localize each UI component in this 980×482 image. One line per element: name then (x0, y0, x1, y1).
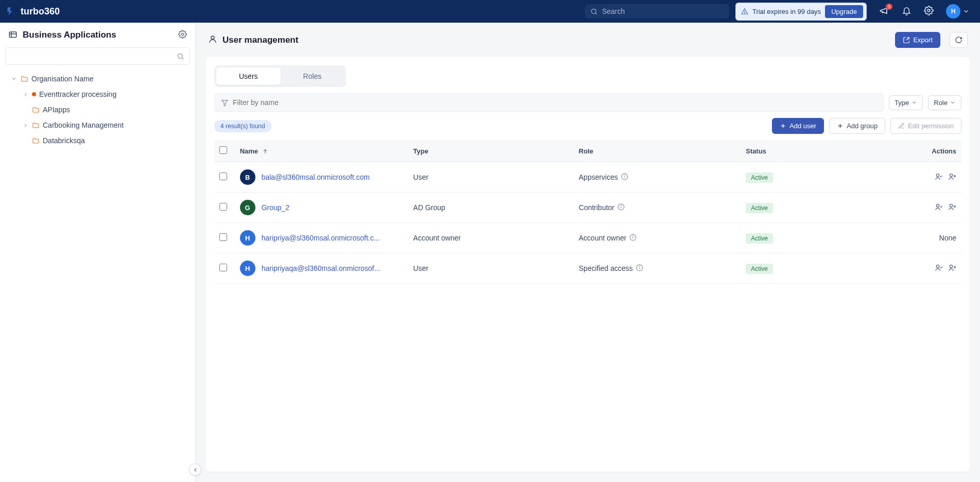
svg-point-20 (625, 175, 625, 175)
tab-users[interactable]: Users (216, 67, 281, 85)
chevron-right-icon (22, 92, 29, 97)
brand-logo[interactable]: turbo360 (6, 6, 60, 17)
folder-icon (32, 106, 40, 114)
status-badge: Active (746, 233, 773, 244)
folder-icon (32, 137, 40, 145)
edit-permission-button[interactable]: Edit permission (890, 118, 961, 134)
row-type: User (408, 253, 573, 284)
th-type[interactable]: Type (408, 140, 573, 162)
row-avatar: G (240, 200, 255, 215)
sidebar-search-input[interactable] (11, 52, 173, 60)
search-icon (177, 53, 184, 60)
bell-icon[interactable] (902, 6, 912, 17)
svg-line-1 (595, 13, 597, 14)
page-header: User management Export (196, 23, 980, 57)
th-role[interactable]: Role (574, 140, 741, 162)
upgrade-button[interactable]: Upgrade (825, 5, 863, 18)
svg-rect-5 (9, 32, 16, 38)
add-group-button[interactable]: Add group (829, 118, 885, 134)
search-icon (590, 8, 598, 15)
svg-point-37 (640, 266, 640, 266)
select-all-checkbox[interactable] (219, 146, 227, 154)
row-checkbox[interactable] (219, 264, 227, 271)
tabs: Users Roles (206, 57, 970, 87)
chevron-down-icon (911, 99, 917, 106)
row-checkbox[interactable] (219, 233, 227, 241)
applications-icon (8, 30, 18, 40)
tree-org-root[interactable]: Organisation Name (4, 71, 191, 87)
tab-roles[interactable]: Roles (281, 67, 345, 85)
role-dropdown[interactable]: Role (928, 95, 961, 110)
collapse-sidebar-button[interactable] (189, 463, 201, 476)
refresh-button[interactable] (950, 32, 968, 48)
user-icon (208, 35, 217, 45)
edit-icon (898, 123, 905, 129)
svg-line-10 (182, 58, 183, 59)
add-user-button[interactable]: Add user (772, 118, 824, 134)
edit-role-icon[interactable] (935, 264, 943, 273)
tree-item[interactable]: Carbooking Management (4, 117, 191, 133)
info-icon[interactable] (617, 203, 625, 212)
svg-point-38 (936, 265, 939, 267)
svg-marker-12 (222, 100, 228, 106)
user-name-link[interactable]: haripriyaqa@sl360msal.onmicrosof... (262, 264, 381, 272)
table-row: Hharipriyaqa@sl360msal.onmicrosof...User… (214, 253, 961, 284)
export-button[interactable]: Export (895, 32, 940, 48)
users-table: Name Type Role Status Actions Bbala@sl36… (206, 140, 970, 472)
type-dropdown[interactable]: Type (889, 95, 923, 110)
sidebar-title: Business Applications (23, 30, 173, 40)
info-icon[interactable] (621, 173, 628, 182)
filter-row: Type Role (206, 87, 970, 118)
table-row: GGroup_2AD GroupContributorActive (214, 193, 961, 223)
tree-item[interactable]: Databricksqa (4, 133, 191, 148)
row-checkbox[interactable] (219, 203, 227, 211)
th-status[interactable]: Status (741, 140, 906, 162)
th-name[interactable]: Name (235, 140, 408, 162)
row-role: Specified access (579, 264, 633, 272)
chevron-left-icon (192, 467, 199, 473)
chevron-down-icon (962, 8, 970, 15)
settings-icon[interactable] (924, 6, 934, 17)
remove-user-icon[interactable] (948, 264, 956, 273)
svg-point-27 (621, 205, 622, 205)
tree-item-label: Carbooking Management (43, 121, 124, 129)
user-card: Users Roles Type Role 4 r (206, 57, 970, 472)
filter-by-name[interactable] (214, 93, 884, 112)
info-icon[interactable] (636, 264, 643, 273)
tree-item[interactable]: Eventtracker processing (4, 87, 191, 102)
page-title: User management (222, 35, 890, 45)
sidebar-search[interactable] (5, 47, 190, 65)
filter-input[interactable] (233, 98, 877, 107)
results-row: 4 result(s) found Add user Add group Edi… (206, 118, 970, 140)
actions-none: None (939, 234, 956, 242)
remove-user-icon[interactable] (948, 173, 956, 182)
folder-icon (32, 122, 40, 129)
svg-point-34 (633, 235, 633, 236)
tree-item-label: Databricksqa (43, 136, 85, 145)
announcements-icon[interactable]: 3 (879, 6, 889, 18)
edit-role-icon[interactable] (935, 203, 943, 213)
sidebar-settings-icon[interactable] (178, 30, 187, 40)
sort-asc-icon (262, 148, 268, 154)
svg-point-4 (927, 9, 930, 12)
table-row: Hharipriya@sl360msal.onmicrosoft.c...Acc… (214, 223, 961, 253)
edit-role-icon[interactable] (935, 173, 943, 182)
user-name-link[interactable]: Group_2 (262, 203, 289, 212)
row-checkbox[interactable] (219, 173, 227, 180)
user-name-link[interactable]: bala@sl360msal.onmicrosoft.com (262, 173, 370, 181)
plus-icon (837, 123, 844, 129)
trial-text: Trial expires in 99 days (752, 8, 821, 15)
global-search-input[interactable] (602, 7, 724, 15)
info-icon[interactable] (629, 234, 637, 243)
tree-item[interactable]: APIapps (4, 102, 191, 117)
user-name-link[interactable]: haripriya@sl360msal.onmicrosoft.c... (262, 234, 380, 242)
svg-point-28 (936, 204, 939, 206)
remove-user-icon[interactable] (948, 203, 956, 213)
chevron-right-icon (22, 123, 29, 128)
global-search[interactable] (585, 4, 729, 19)
result-count: 4 result(s) found (214, 120, 271, 132)
user-menu[interactable]: H (946, 4, 970, 19)
sidebar: Business Applications Organisation Name … (0, 23, 196, 482)
topbar-actions: 3 H (879, 4, 970, 19)
row-avatar: H (240, 230, 255, 246)
